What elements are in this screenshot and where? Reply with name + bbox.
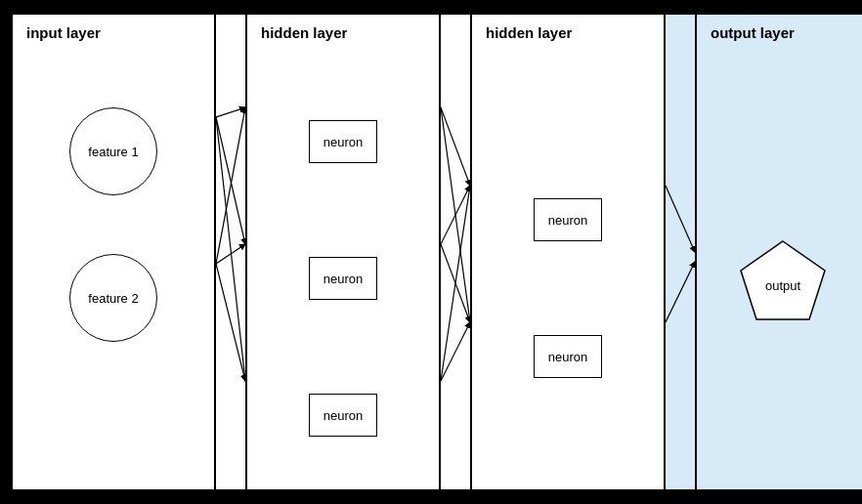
h2-neuron-1: neuron — [534, 198, 602, 241]
svg-line-12 — [666, 186, 695, 252]
input-layer: input layer feature 1 feature 2 — [11, 13, 216, 491]
feature-2-label: feature 2 — [88, 291, 138, 306]
input-layer-title: input layer — [13, 15, 107, 49]
h1-neuron-2: neuron — [309, 257, 377, 300]
hidden-layer-1: hidden layer neuron neuron neuron — [245, 13, 441, 491]
h2-neuron-2: neuron — [534, 335, 602, 378]
feature-1-label: feature 1 — [88, 145, 138, 159]
output-node-label: output — [765, 278, 801, 293]
svg-line-3 — [216, 107, 245, 264]
hidden-layer-2: hidden layer neuron neuron — [470, 13, 666, 491]
svg-line-5 — [216, 264, 245, 381]
feature-1-node: feature 1 — [69, 107, 157, 195]
svg-line-2 — [216, 117, 245, 381]
h2-neuron-2-label: neuron — [548, 350, 587, 364]
output-node: output — [739, 239, 827, 327]
h2-neuron-1-label: neuron — [548, 213, 587, 228]
h1-neuron-1: neuron — [309, 120, 377, 163]
output-layer: output layer output — [695, 13, 862, 491]
connections-3-svg — [666, 15, 695, 493]
output-pentagon-svg: output — [739, 239, 827, 323]
h1-neuron-2-label: neuron — [323, 272, 363, 286]
svg-line-1 — [216, 117, 245, 244]
h1-neuron-3-label: neuron — [323, 408, 363, 423]
svg-line-6 — [441, 107, 470, 186]
svg-line-13 — [666, 262, 695, 322]
hidden-layer-1-title: hidden layer — [247, 15, 353, 49]
h1-neuron-1-label: neuron — [323, 135, 363, 149]
feature-2-node: feature 2 — [69, 254, 157, 342]
hidden-layer-2-title: hidden layer — [472, 15, 578, 49]
neural-network-diagram: input layer feature 1 feature 2 — [11, 13, 851, 491]
h1-neuron-3: neuron — [309, 394, 377, 437]
connections-2-svg — [441, 15, 470, 493]
output-layer-title: output layer — [697, 15, 800, 49]
connections-1-svg — [216, 15, 245, 493]
svg-line-0 — [216, 107, 245, 117]
